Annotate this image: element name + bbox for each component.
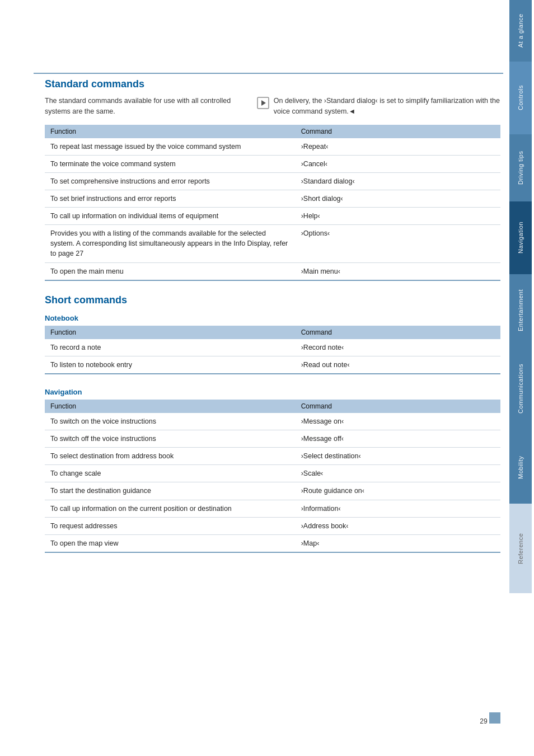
table-row: To terminate the voice command system ›C… — [45, 155, 500, 172]
command-cell: ›Cancel‹ — [296, 155, 500, 172]
standard-col-command: Command — [296, 125, 500, 138]
function-header: Function — [45, 400, 296, 413]
function-cell: To listen to notebook entry — [45, 356, 296, 374]
short-commands-section: Short commands Notebook Function Command… — [45, 294, 500, 553]
command-cell: ›Map‹ — [296, 534, 500, 552]
function-cell: To open the map view — [45, 534, 296, 552]
svg-marker-1 — [261, 100, 266, 106]
subsection-title: Navigation — [45, 388, 500, 396]
table-row: To request addresses ›Address book‹ — [45, 517, 500, 534]
command-cell: ›Information‹ — [296, 500, 500, 517]
function-cell: To request addresses — [45, 517, 296, 534]
main-content: Standard commands The standard commands … — [45, 0, 500, 600]
sidebar-tab-reference[interactable]: Reference — [509, 504, 532, 593]
table-row: To set comprehensive instructions and er… — [45, 172, 500, 190]
top-border — [34, 73, 503, 74]
table-row: To listen to notebook entry ›Read out no… — [45, 356, 500, 374]
command-cell: ›Address book‹ — [296, 517, 500, 534]
table-row: To switch off the voice instructions ›Me… — [45, 430, 500, 448]
standard-col-function: Function — [45, 125, 296, 138]
function-cell: To switch on the voice instructions — [45, 413, 296, 430]
function-cell: To start the destination guidance — [45, 482, 296, 500]
table-row: To record a note ›Record note‹ — [45, 339, 500, 356]
short-commands-title: Short commands — [45, 294, 500, 306]
subsection-title: Notebook — [45, 314, 500, 322]
table-row: To start the destination guidance ›Route… — [45, 482, 500, 500]
function-cell: To select destination from address book — [45, 448, 296, 465]
command-cell: ›Main menu‹ — [296, 262, 500, 280]
play-icon — [257, 97, 269, 109]
command-cell: ›Record note‹ — [296, 339, 500, 356]
sidebar-tab-entertainment[interactable]: Entertainment — [509, 274, 532, 347]
table-row: To repeat last message issued by the voi… — [45, 138, 500, 156]
command-cell: ›Scale‹ — [296, 465, 500, 482]
command-cell: ›Read out note‹ — [296, 356, 500, 374]
table-row: To call up information on individual ite… — [45, 208, 500, 225]
short-commands-table: Function Command To record a note ›Recor… — [45, 326, 500, 374]
short-commands-subsections: Notebook Function Command To record a no… — [45, 314, 500, 553]
function-header: Function — [45, 326, 296, 339]
sidebar-tab-navigation[interactable]: Navigation — [509, 201, 532, 274]
command-cell: ›Standard dialog‹ — [296, 172, 500, 190]
right-sidebar: At a glanceControlsDriving tipsNavigatio… — [507, 0, 534, 756]
table-row: To open the main menu ›Main menu‹ — [45, 262, 500, 280]
sidebar-tab-communications[interactable]: Communications — [509, 347, 532, 431]
function-cell: To record a note — [45, 339, 296, 356]
table-row: To change scale ›Scale‹ — [45, 465, 500, 482]
function-cell: To open the main menu — [45, 262, 296, 280]
command-cell: ›Route guidance on‹ — [296, 482, 500, 500]
function-cell: To switch off the voice instructions — [45, 430, 296, 448]
page-num-box — [489, 712, 500, 724]
sidebar-tab-driving-tips[interactable]: Driving tips — [509, 134, 532, 201]
standard-commands-section: Standard commands The standard commands … — [45, 78, 500, 281]
page-number: 29 — [480, 717, 487, 725]
sidebar-tab-at-a-glance[interactable]: At a glance — [509, 0, 532, 62]
function-cell: To repeat last message issued by the voi… — [45, 138, 296, 156]
table-row: To call up information on the current po… — [45, 500, 500, 517]
command-cell: ›Options‹ — [296, 225, 500, 262]
function-cell: To set brief instructions and error repo… — [45, 190, 296, 207]
command-header: Command — [296, 400, 500, 413]
standard-commands-title: Standard commands — [45, 78, 500, 90]
command-cell: ›Message off‹ — [296, 430, 500, 448]
function-cell: To call up information on individual ite… — [45, 208, 296, 225]
function-cell: To change scale — [45, 465, 296, 482]
standard-note-text: On delivery, the ›Standard dialog‹ is se… — [274, 96, 500, 117]
page-number-area: 29 — [480, 712, 500, 725]
table-row: To select destination from address book … — [45, 448, 500, 465]
standard-intro-note: On delivery, the ›Standard dialog‹ is se… — [257, 96, 500, 117]
table-row: To switch on the voice instructions ›Mes… — [45, 413, 500, 430]
function-cell: Provides you with a listing of the comma… — [45, 225, 296, 262]
table-row: To open the map view ›Map‹ — [45, 534, 500, 552]
function-cell: To set comprehensive instructions and er… — [45, 172, 296, 190]
sidebar-tab-controls[interactable]: Controls — [509, 62, 532, 134]
standard-intro-text: The standard commands available for use … — [45, 96, 248, 117]
standard-commands-table: Function Command To repeat last message … — [45, 125, 500, 281]
command-header: Command — [296, 326, 500, 339]
command-cell: ›Repeat‹ — [296, 138, 500, 156]
command-cell: ›Help‹ — [296, 208, 500, 225]
command-cell: ›Short dialog‹ — [296, 190, 500, 207]
sidebar-tab-mobility[interactable]: Mobility — [509, 431, 532, 504]
table-row: Provides you with a listing of the comma… — [45, 225, 500, 262]
function-cell: To call up information on the current po… — [45, 500, 296, 517]
function-cell: To terminate the voice command system — [45, 155, 296, 172]
command-cell: ›Select destination‹ — [296, 448, 500, 465]
short-commands-table: Function Command To switch on the voice … — [45, 400, 500, 553]
table-row: To set brief instructions and error repo… — [45, 190, 500, 207]
standard-intro-block: The standard commands available for use … — [45, 96, 500, 117]
command-cell: ›Message on‹ — [296, 413, 500, 430]
